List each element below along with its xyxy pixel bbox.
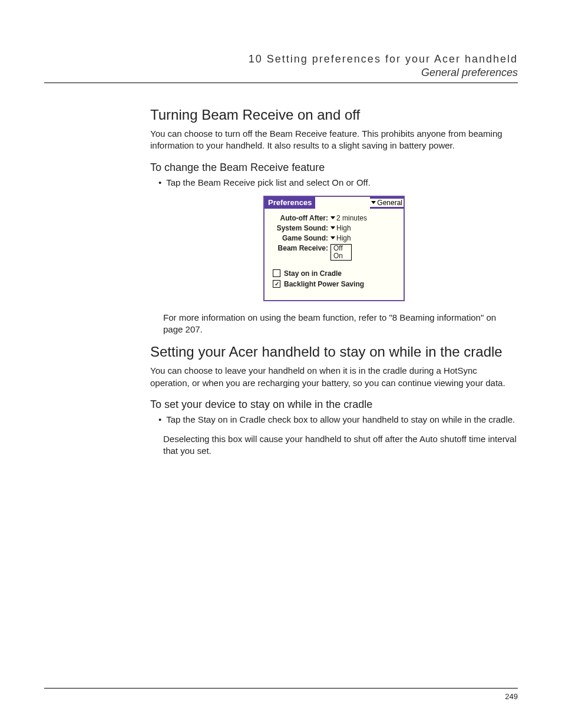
palm-category-label: General xyxy=(377,199,402,207)
label-stay-on: Stay on in Cradle xyxy=(284,269,342,278)
heading-stay-on: Setting your Acer handheld to stay on wh… xyxy=(150,344,518,360)
palm-screenshot: Preferences General Auto-off After: 2 mi… xyxy=(263,196,405,301)
para-stay-on: You can choose to leave your handheld on… xyxy=(150,365,518,389)
subheading-set-stay-on: To set your device to stay on while in t… xyxy=(150,398,518,411)
bullet-stay-on-instruction: Tap the Stay on in Cradle check box to a… xyxy=(158,414,518,424)
dropdown-icon xyxy=(371,201,376,204)
chapter-title: 10 Setting preferences for your Acer han… xyxy=(44,53,518,65)
note-deselect: Deselecting this box will cause your han… xyxy=(163,433,518,457)
section-subtitle: General preferences xyxy=(44,67,518,79)
picker-system-sound[interactable]: High xyxy=(330,224,351,232)
checkbox-backlight[interactable] xyxy=(273,280,280,288)
note-beam-xref: For more information on using the beam f… xyxy=(163,312,518,336)
label-auto-off: Auto-off After: xyxy=(269,214,330,222)
header-rule xyxy=(44,83,518,83)
page-number: 249 xyxy=(44,692,518,701)
value-system-sound: High xyxy=(336,224,351,232)
value-auto-off: 2 minutes xyxy=(336,214,367,222)
para-beam-receive: You can choose to turn off the Beam Rece… xyxy=(150,128,518,152)
picker-beam-receive[interactable]: Off On xyxy=(330,244,352,261)
picker-game-sound[interactable]: High xyxy=(330,234,351,242)
picker-auto-off[interactable]: 2 minutes xyxy=(330,214,367,222)
option-off[interactable]: Off xyxy=(333,245,349,252)
label-game-sound: Game Sound: xyxy=(269,234,330,242)
bullet-beam-instruction: Tap the Beam Receive pick list and selec… xyxy=(158,177,518,187)
palm-title: Preferences xyxy=(265,197,316,209)
checkbox-stay-on[interactable] xyxy=(273,269,280,277)
dropdown-icon xyxy=(330,236,335,239)
dropdown-icon xyxy=(330,216,335,219)
footer-rule xyxy=(44,688,518,689)
label-backlight: Backlight Power Saving xyxy=(284,280,364,288)
dropdown-icon xyxy=(330,226,335,229)
subheading-change-beam: To change the Beam Receive feature xyxy=(150,162,518,174)
palm-category-picker[interactable]: General xyxy=(370,199,404,207)
option-on[interactable]: On xyxy=(333,252,349,260)
heading-beam-receive: Turning Beam Receive on and off xyxy=(150,107,518,123)
value-game-sound: High xyxy=(336,234,351,242)
label-system-sound: System Sound: xyxy=(269,224,330,232)
label-beam-receive: Beam Receive: xyxy=(269,244,330,252)
